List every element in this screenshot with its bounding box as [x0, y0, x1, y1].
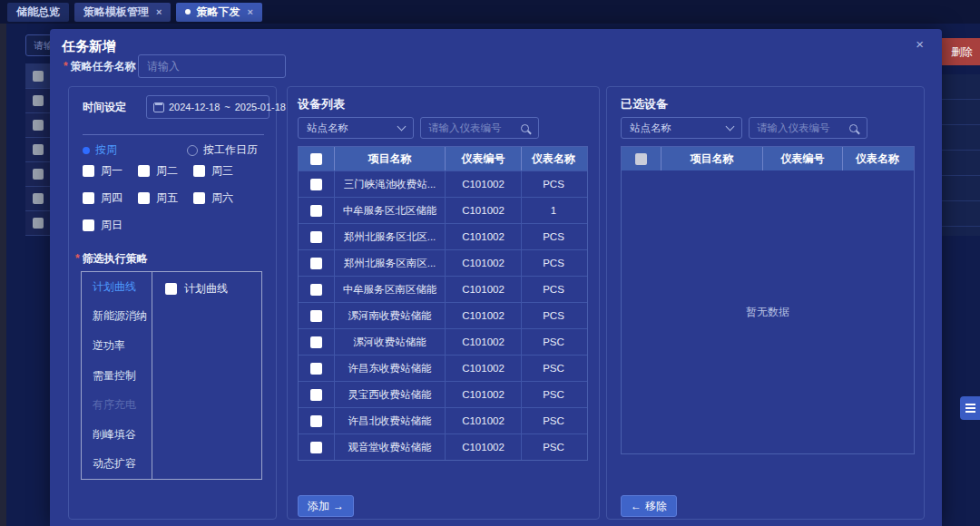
weekday-label: 周四 [101, 190, 122, 206]
add-button[interactable]: 添加 → [298, 495, 354, 517]
close-icon[interactable]: × [916, 36, 924, 52]
tab-storage-overview[interactable]: 储能总览 [7, 3, 69, 22]
strategy-item[interactable]: 逆功率 [82, 331, 152, 361]
table-row[interactable]: 许昌东收费站储能C101002PSC [299, 355, 587, 381]
tab-strategy-dispatch[interactable]: 策略下发 × [176, 3, 261, 22]
strategy-item[interactable]: 需量控制 [82, 361, 152, 391]
weekday-checkbox[interactable]: 周日 [83, 218, 138, 233]
table-row[interactable]: 郑州北服务区北区...C101002PCS [299, 223, 587, 249]
close-icon[interactable]: × [156, 6, 162, 17]
time-setting-label: 时间设定 [83, 100, 126, 115]
station-name-select[interactable]: 站点名称 [298, 117, 414, 139]
filter-slider-toggle-button[interactable] [960, 396, 980, 420]
meter-code-cell: C101002 [446, 250, 522, 276]
row-checkbox-cell [299, 434, 335, 460]
weekday-checkbox[interactable]: 周二 [138, 163, 193, 179]
remove-button[interactable]: ← 移除 [621, 495, 677, 517]
date-start: 2024-12-18 [169, 102, 220, 112]
row-checkbox[interactable] [310, 310, 322, 322]
weekday-checkbox[interactable]: 周三 [193, 163, 249, 179]
weekday-checkbox[interactable]: 周四 [83, 190, 138, 206]
task-name-input[interactable] [138, 54, 286, 78]
meter-code-cell: C101002 [446, 277, 522, 302]
row-checkbox-cell [299, 329, 335, 355]
strategy-list: 计划曲线新能源消纳逆功率需量控制有序充电削峰填谷动态扩容 [82, 272, 152, 479]
station-name-select[interactable]: 站点名称 [621, 117, 742, 139]
selected-table-header: 项目名称 仪表编号 仪表名称 [622, 147, 914, 170]
table-row[interactable]: 漯河南收费站储能C101002PCS [299, 302, 587, 328]
table-row[interactable]: 观音堂收费站储能C101002PSC [299, 433, 587, 460]
radio-by-work-calendar[interactable]: 按工作日历 [187, 142, 258, 158]
row-checkbox[interactable] [310, 258, 322, 269]
strategy-detail-checkbox[interactable]: 计划曲线 [165, 281, 261, 297]
weekday-label: 周五 [156, 190, 178, 206]
select-all-checkbox[interactable] [635, 153, 647, 165]
empty-state: 暂无数据 [622, 170, 914, 453]
search-icon[interactable] [521, 124, 529, 132]
row-checkbox[interactable] [310, 363, 322, 375]
tab-strategy-template[interactable]: 策略模板管理 × [74, 3, 171, 22]
radio-by-week[interactable]: 按周 [83, 142, 187, 158]
strategy-filter-label: *筛选执行策略 [75, 251, 148, 267]
dialog-title: 任务新增 [62, 38, 116, 55]
strategy-item[interactable]: 新能源消纳 [82, 302, 152, 332]
date-end: 2025-01-18 [235, 102, 286, 112]
table-row[interactable]: 中牟服务区南区储能C101002PCS [299, 276, 587, 302]
strategy-item[interactable]: 削峰填谷 [82, 420, 152, 450]
column-header: 仪表名称 [522, 147, 585, 170]
project-name-cell: 三门峡渑池收费站... [335, 171, 446, 197]
strategy-detail-label: 计划曲线 [184, 281, 228, 297]
row-checkbox[interactable] [310, 442, 322, 453]
strategy-item[interactable]: 有序充电 [82, 390, 152, 420]
table-row[interactable]: 郑州北服务区南区...C101002PCS [299, 249, 587, 276]
table-row[interactable]: 漯河收费站储能C101002PSC [299, 328, 587, 355]
select-all-checkbox[interactable] [310, 153, 322, 165]
project-name-cell: 灵宝西收费站储能 [335, 382, 446, 407]
checkbox-icon [83, 165, 94, 177]
search-icon[interactable] [849, 124, 858, 132]
meter-code-cell: C101002 [446, 356, 522, 381]
chevron-down-icon [726, 122, 735, 131]
meter-name-cell: PSC [522, 408, 585, 433]
row-checkbox[interactable] [310, 336, 322, 348]
meter-name-cell: PCS [522, 250, 585, 276]
weekday-label: 周三 [211, 163, 233, 179]
strategy-detail: 计划曲线 [152, 272, 261, 479]
row-checkbox[interactable] [310, 205, 322, 217]
weekday-checkbox[interactable]: 周六 [193, 190, 249, 206]
row-checkbox-cell [299, 382, 335, 407]
row-checkbox[interactable] [310, 415, 322, 427]
selected-table: 项目名称 仪表编号 仪表名称 暂无数据 [621, 146, 915, 454]
radio-selected-icon [83, 147, 90, 154]
weekday-label: 周六 [211, 190, 233, 206]
device-list-panel: 设备列表 站点名称 项目名称 仪表编号 仪表名称 三门峡渑池收费站...C101… [287, 86, 600, 520]
weekday-checkbox[interactable]: 周一 [83, 163, 138, 179]
meter-code-cell: C101002 [446, 382, 522, 407]
weekday-checkbox[interactable]: 周五 [138, 190, 193, 206]
row-checkbox[interactable] [310, 284, 322, 296]
meter-name-cell: PCS [522, 303, 585, 328]
meter-search-input[interactable] [757, 122, 849, 133]
row-checkbox[interactable] [310, 179, 322, 190]
row-checkbox-cell [299, 356, 335, 381]
close-icon[interactable]: × [247, 6, 252, 17]
arrow-right-icon: → [333, 500, 344, 512]
row-checkbox[interactable] [310, 389, 322, 401]
select-all-cell [299, 147, 335, 170]
table-row[interactable]: 三门峡渑池收费站...C101002PCS [299, 170, 587, 197]
table-row[interactable]: 许昌北收费站储能C101002PSC [299, 407, 587, 433]
calendar-icon [153, 102, 164, 112]
meter-search-box [749, 117, 867, 139]
row-checkbox[interactable] [310, 231, 322, 243]
strategy-item[interactable]: 计划曲线 [82, 272, 152, 302]
strategy-item[interactable]: 动态扩容 [82, 449, 152, 479]
radio-label: 按周 [95, 142, 117, 158]
table-row[interactable]: 中牟服务区北区储能C1010021 [299, 197, 587, 223]
meter-name-cell: PSC [522, 382, 585, 407]
table-row[interactable]: 灵宝西收费站储能C101002PSC [299, 381, 587, 407]
project-name-cell: 漯河收费站储能 [335, 329, 446, 355]
meter-name-cell: PCS [522, 277, 585, 302]
meter-search-input[interactable] [428, 122, 521, 133]
row-checkbox-cell [299, 224, 335, 249]
date-range-picker[interactable]: 2024-12-18 ~ 2025-01-18 [146, 95, 270, 119]
